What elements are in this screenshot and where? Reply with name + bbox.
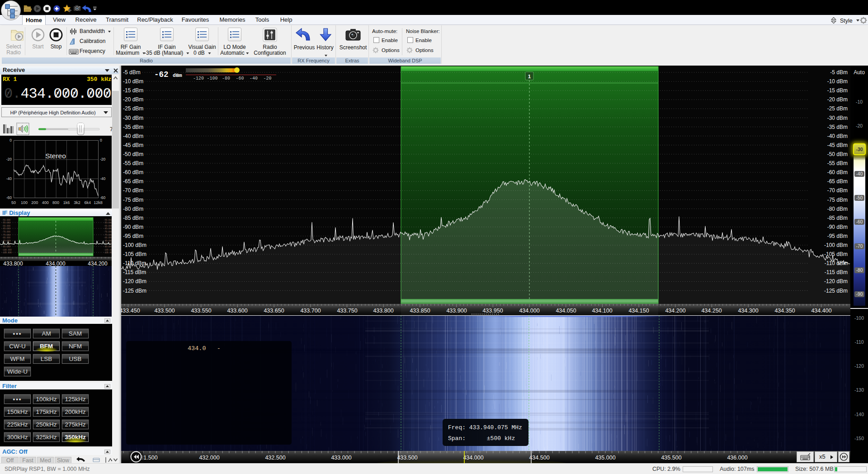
svg-text:-90 dBm: -90 dBm <box>123 224 143 230</box>
svg-text:Span: ±500 kHz: Span: ±500 kHz <box>448 435 515 442</box>
svg-text:434.400: 434.400 <box>811 308 831 314</box>
svg-text:434.050: 434.050 <box>556 308 576 314</box>
svg-text:-15 dBm: -15 dBm <box>123 87 143 94</box>
svg-text:-25 dBm: -25 dBm <box>123 105 143 112</box>
svg-text:-70 dBm: -70 dBm <box>123 187 143 194</box>
svg-text:-25 dBm: -25 dBm <box>827 105 848 112</box>
svg-text:-100 dBm: -100 dBm <box>123 242 146 248</box>
svg-text:-45 dBm: -45 dBm <box>123 142 143 148</box>
svg-text:-5 dBm: -5 dBm <box>830 69 848 76</box>
svg-text:-20: -20 <box>263 76 271 81</box>
svg-text:-40 dBm: -40 dBm <box>827 133 848 139</box>
svg-text:-70.000: -70.000 <box>2 231 10 233</box>
svg-text:436.000: 436.000 <box>727 455 747 461</box>
svg-text:-65 dBm: -65 dBm <box>123 178 143 185</box>
svg-text:-95.000: -95.000 <box>104 246 112 248</box>
svg-text:-35 dBm: -35 dBm <box>827 124 848 130</box>
svg-text:-55 dBm: -55 dBm <box>123 160 143 166</box>
svg-text:-50.000: -50.000 <box>104 219 112 221</box>
svg-text:-40: -40 <box>100 176 106 181</box>
svg-text:-10 dBm: -10 dBm <box>123 78 143 85</box>
svg-text:400: 400 <box>42 200 49 205</box>
svg-text:-60: -60 <box>236 76 244 81</box>
svg-text:0: 0 <box>9 138 12 142</box>
svg-text:-65 dBm: -65 dBm <box>827 178 848 185</box>
svg-text:433.900: 433.900 <box>446 308 467 314</box>
svg-text:Stereo: Stereo <box>45 152 66 160</box>
svg-text:100: 100 <box>21 200 28 205</box>
svg-text:-75.000: -75.000 <box>2 234 10 236</box>
svg-text:434.100: 434.100 <box>592 308 612 314</box>
svg-text:-105.000: -105.000 <box>2 251 12 254</box>
svg-text:-80.000: -80.000 <box>2 237 10 239</box>
svg-text:-20 dBm: -20 dBm <box>123 96 143 103</box>
svg-text:-50.000: -50.000 <box>2 219 10 221</box>
svg-text:-62: -62 <box>154 70 169 79</box>
svg-text:-5 dBm: -5 dBm <box>123 69 141 76</box>
svg-text:434.000: 434.000 <box>46 261 66 266</box>
svg-text:435.500: 435.500 <box>661 455 681 461</box>
svg-text:-100 dBm: -100 dBm <box>824 242 848 248</box>
svg-text:434.350: 434.350 <box>774 308 795 314</box>
svg-text:-95.000: -95.000 <box>2 246 10 248</box>
svg-text:435.000: 435.000 <box>595 455 615 461</box>
svg-text:-60 dBm: -60 dBm <box>123 169 143 175</box>
svg-text:433.800: 433.800 <box>373 308 393 314</box>
svg-text:-60: -60 <box>6 195 12 200</box>
svg-text:-60 dBm: -60 dBm <box>827 169 848 175</box>
svg-text:434.000: 434.000 <box>519 308 539 314</box>
svg-text:Freq: 433.940.075 MHz: Freq: 433.940.075 MHz <box>448 424 522 431</box>
svg-text:-100.000: -100.000 <box>104 249 112 251</box>
svg-text:433.950: 433.950 <box>482 308 503 314</box>
svg-text:-45 dBm: -45 dBm <box>827 142 848 148</box>
svg-text:-40: -40 <box>250 76 258 81</box>
svg-text:-95 dBm: -95 dBm <box>123 233 143 239</box>
svg-text:-65.000: -65.000 <box>104 228 112 230</box>
svg-text:6k4: 6k4 <box>85 200 91 205</box>
svg-text:-55 dBm: -55 dBm <box>827 160 848 166</box>
svg-text:-120: -120 <box>193 76 204 81</box>
svg-text:-110 dBm: -110 dBm <box>123 260 146 266</box>
svg-text:-50 dBm: -50 dBm <box>827 151 848 157</box>
svg-text:-100.000: -100.000 <box>2 249 12 251</box>
svg-text:-125 dBm: -125 dBm <box>824 288 848 294</box>
svg-text:-10 dBm: -10 dBm <box>827 78 848 85</box>
svg-text:800: 800 <box>52 200 59 205</box>
svg-text:-115 dBm: -115 dBm <box>825 269 848 275</box>
svg-text:-70.000: -70.000 <box>104 231 112 233</box>
svg-text:434.0 -: 434.0 - <box>188 345 221 352</box>
svg-text:432.000: 432.000 <box>199 455 219 461</box>
svg-text:433.500: 433.500 <box>397 455 417 461</box>
svg-text:3k2: 3k2 <box>74 200 80 205</box>
svg-text:dBm: dBm <box>173 72 182 78</box>
svg-text:-115 dBm: -115 dBm <box>123 269 146 275</box>
svg-text:-85 dBm: -85 dBm <box>827 215 848 221</box>
svg-text:434.200: 434.200 <box>88 261 108 266</box>
svg-text:-75 dBm: -75 dBm <box>827 197 848 203</box>
svg-text:434.150: 434.150 <box>628 308 649 314</box>
svg-text:433.700: 433.700 <box>300 308 321 314</box>
svg-text:-80.000: -80.000 <box>104 237 112 239</box>
svg-text:-100: -100 <box>207 76 217 81</box>
svg-text:-95 dBm: -95 dBm <box>827 233 848 239</box>
svg-text:-55.000: -55.000 <box>104 222 112 224</box>
svg-text:-30 dBm: -30 dBm <box>123 115 143 121</box>
svg-text:433.450: 433.450 <box>121 308 140 314</box>
svg-text:-35 dBm: -35 dBm <box>123 124 143 130</box>
svg-text:-50 dBm: -50 dBm <box>123 151 143 157</box>
svg-text:-105 dBm: -105 dBm <box>123 251 146 257</box>
svg-text:-85.000: -85.000 <box>104 240 112 242</box>
svg-text:-120 dBm: -120 dBm <box>123 278 146 284</box>
svg-text:200: 200 <box>31 200 38 205</box>
svg-text:434.000: 434.000 <box>463 455 483 461</box>
svg-text:0: 0 <box>100 138 102 142</box>
svg-text:433.850: 433.850 <box>410 308 430 314</box>
svg-text:432.500: 432.500 <box>265 455 285 461</box>
svg-text:-20: -20 <box>100 157 106 161</box>
svg-text:-90 dBm: -90 dBm <box>827 224 848 230</box>
svg-text:-125 dBm: -125 dBm <box>123 288 146 294</box>
svg-text:-110 dBm: -110 dBm <box>825 260 848 266</box>
svg-text:433.800: 433.800 <box>3 261 23 266</box>
svg-text:-20: -20 <box>6 157 12 161</box>
svg-text:-75.000: -75.000 <box>104 234 112 236</box>
